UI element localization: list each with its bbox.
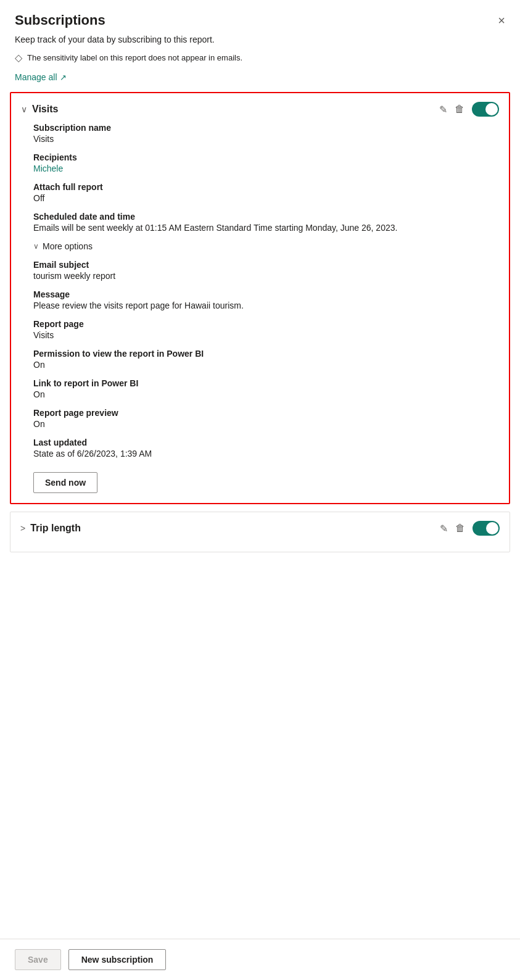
send-now-button[interactable]: Send now: [33, 472, 97, 493]
external-link-icon: ↗: [60, 73, 67, 82]
field-link-report: Link to report in Power BI On: [33, 378, 497, 399]
field-permission: Permission to view the report in Power B…: [33, 349, 497, 370]
sensitivity-icon: ◇: [15, 52, 22, 64]
field-label-last-updated: Last updated: [33, 438, 497, 447]
field-label-recipients: Recipients: [33, 152, 497, 162]
manage-all-row: Manage all ↗: [0, 70, 520, 92]
card-header-visits: ∨ Visits ✎ 🗑: [11, 93, 509, 123]
field-message: Message Please review the visits report …: [33, 289, 497, 310]
field-value-message: Please review the visits report page for…: [33, 301, 497, 310]
edit-icon-visits[interactable]: ✎: [439, 104, 447, 115]
card-actions-trip-length: ✎ 🗑: [440, 521, 500, 536]
field-label-attach-report: Attach full report: [33, 182, 497, 192]
field-label-report-preview: Report page preview: [33, 408, 497, 418]
card-body-visits: Subscription name Visits Recipients Mich…: [11, 123, 509, 493]
more-options-row[interactable]: ∨ More options: [33, 241, 497, 251]
field-label-message: Message: [33, 289, 497, 299]
field-label-permission: Permission to view the report in Power B…: [33, 349, 497, 359]
panel-title: Subscriptions: [15, 12, 105, 28]
manage-all-link[interactable]: Manage all ↗: [15, 72, 67, 82]
chevron-down-icon-more-options: ∨: [33, 242, 39, 251]
more-options-label: More options: [43, 241, 93, 251]
sensitivity-notice: ◇ The sensitivity label on this report d…: [0, 49, 520, 70]
subtitle-text: Keep track of your data by subscribing t…: [0, 35, 520, 49]
field-scheduled: Scheduled date and time Emails will be s…: [33, 212, 497, 233]
field-report-preview: Report page preview On: [33, 408, 497, 429]
footer: Save New subscription: [0, 939, 520, 980]
card-title-visits: Visits: [32, 104, 434, 115]
subscription-card-trip-length: > Trip length ✎ 🗑: [10, 512, 510, 552]
field-value-report-preview: On: [33, 419, 497, 429]
close-button[interactable]: ×: [498, 14, 505, 27]
field-subscription-name: Subscription name Visits: [33, 123, 497, 144]
sensitivity-text: The sensitivity label on this report doe…: [27, 53, 242, 62]
subscription-card-visits: ∨ Visits ✎ 🗑 Subscription name Visits Re…: [10, 92, 510, 504]
field-value-report-page: Visits: [33, 330, 497, 340]
field-label-scheduled: Scheduled date and time: [33, 212, 497, 222]
field-value-recipients[interactable]: Michele: [33, 164, 497, 173]
edit-icon-trip-length[interactable]: ✎: [440, 523, 448, 534]
chevron-down-icon-visits[interactable]: ∨: [21, 104, 27, 114]
field-value-last-updated: State as of 6/26/2023, 1:39 AM: [33, 449, 497, 459]
toggle-trip-length[interactable]: [473, 521, 500, 536]
field-label-email-subject: Email subject: [33, 260, 497, 270]
chevron-right-icon-trip-length[interactable]: >: [20, 523, 25, 533]
card-header-trip-length: > Trip length ✎ 🗑: [10, 512, 510, 542]
field-report-page: Report page Visits: [33, 319, 497, 340]
field-value-subscription-name: Visits: [33, 134, 497, 144]
field-attach-report: Attach full report Off: [33, 182, 497, 203]
field-recipients: Recipients Michele: [33, 152, 497, 173]
delete-icon-visits[interactable]: 🗑: [455, 104, 464, 115]
card-title-trip-length: Trip length: [30, 523, 435, 534]
field-email-subject: Email subject tourism weekly report: [33, 260, 497, 281]
field-last-updated: Last updated State as of 6/26/2023, 1:39…: [33, 438, 497, 459]
toggle-visits[interactable]: [472, 102, 499, 117]
field-value-link-report: On: [33, 389, 497, 399]
delete-icon-trip-length[interactable]: 🗑: [455, 523, 465, 534]
field-value-permission: On: [33, 360, 497, 370]
field-value-attach-report: Off: [33, 193, 497, 203]
manage-all-label: Manage all: [15, 72, 57, 82]
panel-header: Subscriptions ×: [0, 0, 520, 35]
field-value-email-subject: tourism weekly report: [33, 271, 497, 281]
card-actions-visits: ✎ 🗑: [439, 102, 499, 117]
save-button[interactable]: Save: [15, 949, 61, 970]
field-label-link-report: Link to report in Power BI: [33, 378, 497, 388]
field-label-report-page: Report page: [33, 319, 497, 329]
field-value-scheduled: Emails will be sent weekly at 01:15 AM E…: [33, 223, 497, 233]
new-subscription-button[interactable]: New subscription: [68, 949, 167, 970]
field-label-subscription-name: Subscription name: [33, 123, 497, 133]
